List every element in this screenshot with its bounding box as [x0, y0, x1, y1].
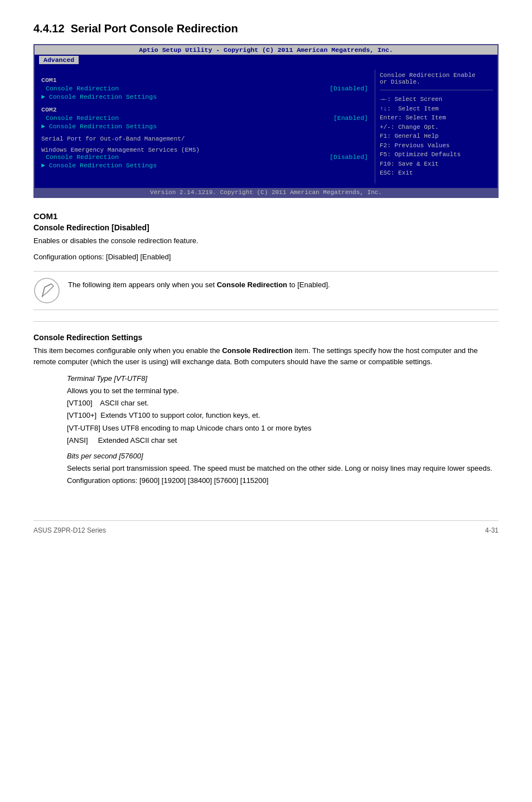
bios-com2-label: COM2: [41, 106, 368, 113]
vt100-label: [VT100]: [67, 399, 93, 407]
crs-heading: Console Redirection Settings: [33, 333, 499, 342]
pencil-icon: [33, 277, 60, 304]
bios-tab-bar: Advanced: [35, 55, 497, 65]
svg-point-0: [35, 278, 59, 303]
note-text-prefix: The following item appears only when you…: [68, 281, 217, 289]
bios-com1-settings[interactable]: ► Console Redirection Settings: [41, 93, 368, 100]
ansi-item: [ANSI] Extended ASCII char set: [67, 434, 499, 447]
ansi-label: [ANSI]: [67, 436, 88, 445]
bios-com1-settings-label: Console Redirection Settings: [49, 93, 157, 100]
vt100plus-item: [VT100+] Extends VT100 to support color,…: [67, 409, 499, 422]
section-title: Serial Port Console Redirection: [71, 22, 238, 35]
note-box: The following item appears only when you…: [33, 271, 499, 310]
vt100plus-desc: Extends VT100 to support color, function…: [100, 411, 260, 419]
crs-desc-prefix: This item becomes configurable only when…: [33, 346, 222, 355]
bios-help-text1: Consloe Redirection Enable: [380, 72, 476, 79]
bios-ems-console-redirection[interactable]: Console Redirection [Disabled]: [46, 153, 368, 161]
terminal-type-list: Terminal Type [VT-UTF8] Allows you to se…: [67, 373, 499, 487]
bits-per-second-desc: Selects serial port transmission speed. …: [67, 462, 499, 475]
note-bold-text: Console Redirection: [217, 281, 287, 289]
terminal-type-label: Terminal Type [VT-UTF8]: [67, 373, 499, 385]
note-icon: [33, 277, 60, 304]
svg-line-1: [45, 284, 51, 287]
vt100plus-label: [VT100+]: [67, 411, 96, 419]
bios-ems-settings-label: Console Redirection Settings: [49, 162, 157, 169]
crs-bold-word: Console Redirection: [222, 346, 292, 355]
vtutf8-item: [VT-UTF8] Uses UTF8 encoding to map Unic…: [67, 422, 499, 434]
bios-help-text2: or Disable.: [380, 79, 420, 85]
bios-com2-console-redirection[interactable]: Console Redirection [Enabled]: [46, 114, 368, 122]
crs-description: This item becomes configurable only when…: [33, 345, 499, 369]
bios-com2-settings-label: Console Redirection Settings: [49, 123, 157, 130]
bios-tab-advanced[interactable]: Advanced: [39, 56, 79, 64]
bios-divider: [380, 90, 493, 90]
bios-com1-console-redirection[interactable]: Console Redirection [Disabled]: [46, 85, 368, 92]
note-text: The following item appears only when you…: [68, 277, 330, 291]
vtutf8-label: [VT-UTF8]: [67, 424, 100, 432]
bios-com2-settings[interactable]: ► Console Redirection Settings: [41, 123, 368, 130]
com1-description: Enables or disables the console redirect…: [33, 235, 499, 247]
bios-ems-redirection-label: Console Redirection: [46, 153, 119, 161]
bios-com2-redirection-value: [Enabled]: [333, 114, 368, 122]
bios-left-panel: COM1 Console Redirection [Disabled] ► Co…: [35, 70, 375, 183]
com1-config-options: Configuration options: [Disabled] [Enabl…: [33, 252, 499, 263]
ansi-desc: Extended ASCII char set: [98, 436, 177, 445]
com1-subheading: Console Redirection [Disabled]: [33, 223, 499, 232]
bios-ems-settings[interactable]: ► Console Redirection Settings: [41, 162, 368, 169]
bits-per-second-label: Bits per second [57600]: [67, 450, 499, 462]
bios-ems-redirection-value: [Disabled]: [330, 153, 368, 161]
bios-footer: Version 2.14.1219. Copyright (C) 2011 Am…: [35, 188, 497, 197]
vt100-desc: ASCII char set.: [100, 399, 148, 407]
bios-com1-redirection-label: Console Redirection: [46, 85, 119, 92]
bios-ems-label2: Windows Emergency Management Services (E…: [41, 147, 368, 153]
com1-heading: COM1: [33, 211, 499, 221]
vtutf8-desc: Uses UTF8 encoding to map Unicode chars …: [103, 424, 312, 432]
bits-config-options: Configuration options: [9600] [19200] [3…: [67, 475, 499, 487]
footer-right: 4-31: [485, 526, 499, 534]
section-divider: [33, 321, 499, 322]
bios-right-panel: Consloe Redirection Enable or Disable. →…: [375, 70, 497, 183]
bios-screen: Aptio Setup Utility - Copyright (C) 2011…: [33, 44, 499, 198]
section-heading: 4.4.12 Serial Port Console Redirection: [33, 22, 499, 35]
page-footer: ASUS Z9PR-D12 Series 4-31: [33, 520, 499, 534]
note-text-suffix: to [Enabled].: [287, 281, 330, 289]
bios-com1-redirection-value: [Disabled]: [330, 85, 368, 92]
terminal-type-desc: Allows you to set the terminal type.: [67, 385, 499, 397]
bios-body: COM1 Console Redirection [Disabled] ► Co…: [35, 65, 497, 188]
bios-key-help: →←: Select Screen ↑↓: Select Item Enter:…: [380, 95, 493, 178]
bios-help-text: Consloe Redirection Enable or Disable.: [380, 72, 493, 85]
section-number: 4.4.12: [33, 22, 65, 35]
bios-com1-label: COM1: [41, 76, 368, 84]
bios-ems-label1: Serial Port for Out-of-Band Management/: [41, 136, 368, 142]
footer-left: ASUS Z9PR-D12 Series: [33, 526, 106, 534]
bios-com2-redirection-label: Console Redirection: [46, 114, 119, 122]
bios-title-bar: Aptio Setup Utility - Copyright (C) 2011…: [35, 45, 497, 55]
vt100-item: [VT100] ASCII char set.: [67, 397, 499, 409]
